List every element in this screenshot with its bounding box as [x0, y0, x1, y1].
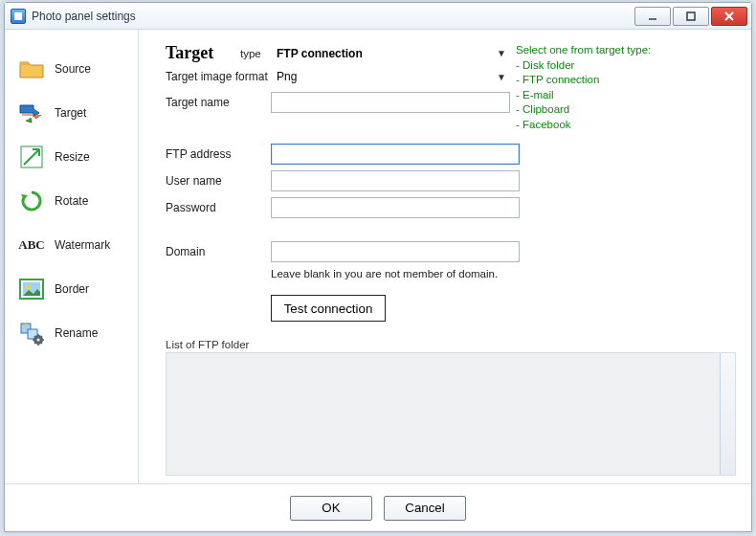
cancel-button[interactable]: Cancel — [384, 496, 466, 521]
hint-item: - Facebook — [516, 118, 707, 133]
scrollbar[interactable] — [720, 353, 735, 475]
app-icon — [11, 9, 26, 24]
svg-rect-1 — [687, 12, 695, 20]
sidebar-item-target[interactable]: Target — [18, 91, 130, 135]
ftp-address-label: FTP address — [166, 147, 271, 161]
page-title: Target — [166, 43, 240, 63]
format-select[interactable]: Png ▼ — [271, 67, 510, 86]
settings-window: Photo panel settings Source — [4, 2, 752, 532]
sidebar-item-border[interactable]: Border — [18, 267, 130, 311]
sidebar-item-label: Watermark — [55, 238, 110, 252]
password-input[interactable] — [271, 197, 520, 218]
watermark-abc-icon: ABC — [18, 232, 45, 258]
username-label: User name — [166, 174, 271, 188]
chevron-down-icon: ▼ — [497, 48, 506, 58]
target-name-input[interactable] — [271, 92, 510, 113]
close-button[interactable] — [711, 7, 747, 26]
minimize-button[interactable] — [634, 7, 671, 26]
close-icon — [723, 11, 735, 22]
rotate-icon — [18, 188, 45, 214]
type-select-value: FTP connection — [277, 47, 363, 60]
minimize-icon — [647, 11, 658, 22]
test-connection-button[interactable]: Test connection — [271, 295, 386, 322]
domain-input[interactable] — [271, 241, 520, 262]
target-type-hint: Select one from target type: - Disk fold… — [516, 43, 707, 132]
sidebar-item-label: Target — [55, 106, 86, 120]
sidebar-item-label: Resize — [55, 150, 90, 164]
format-select-value: Png — [277, 70, 297, 83]
sidebar-item-rename[interactable]: Rename — [18, 311, 130, 355]
type-select[interactable]: FTP connection ▼ — [271, 44, 510, 63]
ok-button[interactable]: OK — [290, 496, 372, 521]
resize-icon — [18, 144, 45, 170]
dialog-footer: OK Cancel — [5, 483, 751, 531]
domain-hint: Leave blank in you are not member of dom… — [271, 268, 736, 279]
hint-item: - FTP connection — [516, 73, 707, 88]
sidebar-item-label: Source — [55, 62, 91, 76]
maximize-icon — [685, 11, 697, 22]
sidebar-item-watermark[interactable]: ABC Watermark — [18, 223, 130, 267]
svg-point-11 — [37, 339, 40, 342]
folder-icon — [18, 56, 45, 82]
hint-item: - Disk folder — [516, 58, 707, 74]
main-panel: Target type FTP connection ▼ Target imag… — [139, 30, 751, 483]
sidebar-item-label: Border — [55, 282, 89, 296]
window-controls — [633, 7, 747, 26]
target-arrow-icon — [18, 100, 45, 126]
hint-item: - Clipboard — [516, 102, 707, 118]
chevron-down-icon: ▼ — [497, 72, 506, 82]
format-label: Target image format — [166, 70, 271, 83]
svg-point-7 — [26, 285, 31, 290]
maximize-button[interactable] — [673, 7, 709, 26]
ftp-folder-list[interactable] — [166, 352, 736, 476]
sidebar-item-rotate[interactable]: Rotate — [18, 179, 130, 223]
window-title: Photo panel settings — [32, 10, 633, 23]
target-name-label: Target name — [166, 96, 271, 109]
border-icon — [18, 276, 45, 302]
sidebar: Source Target Resize — [5, 30, 139, 483]
sidebar-item-label: Rotate — [55, 194, 88, 208]
password-label: Password — [166, 201, 271, 214]
titlebar: Photo panel settings — [5, 3, 751, 30]
hint-item: - E-mail — [516, 88, 707, 103]
domain-label: Domain — [166, 245, 271, 258]
sidebar-item-resize[interactable]: Resize — [18, 135, 130, 179]
sidebar-item-label: Rename — [55, 326, 98, 340]
sidebar-item-source[interactable]: Source — [18, 47, 130, 91]
hint-title: Select one from target type: — [516, 43, 707, 58]
type-label: type — [240, 48, 271, 59]
rename-gear-icon — [18, 320, 45, 346]
ftp-folder-list-label: List of FTP folder — [166, 339, 736, 350]
ftp-address-input[interactable] — [271, 144, 520, 165]
username-input[interactable] — [271, 170, 520, 191]
